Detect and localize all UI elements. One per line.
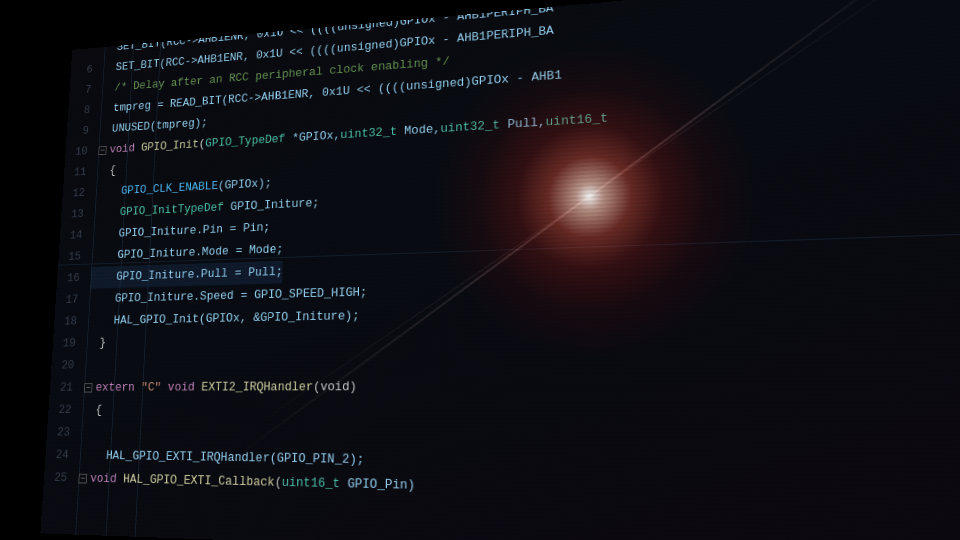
line-number: 18: [54, 311, 89, 333]
token-fn: HAL_GPIO_EXTI_Callback: [123, 472, 275, 490]
code-container: SET_BIT(RCC->AHB1ENR, 0x1U << ((((unsign…: [40, 0, 960, 540]
line-number: 20: [51, 354, 86, 376]
token-var: Mode,: [404, 122, 440, 138]
line-number: 11: [63, 161, 97, 184]
token-punc: {: [97, 164, 116, 178]
token-var: UNUSED(tmpreg);: [99, 116, 207, 136]
token-var: GPIO_Initure;: [230, 196, 319, 214]
collapse-icon[interactable]: −: [78, 473, 87, 483]
token-kw: void: [167, 380, 201, 394]
token-var: GPIO_Initure.Speed = GPIO_SPEED_HIGH;: [89, 285, 367, 306]
line-number: 14: [59, 224, 94, 247]
line-number: 24: [45, 444, 81, 467]
token-cmt: enabling */: [364, 54, 450, 74]
code-editor: SET_BIT(RCC->AHB1ENR, 0x1U << ((((unsign…: [40, 0, 960, 540]
token-str: "C": [141, 380, 162, 394]
line-content: }: [86, 332, 106, 354]
token-var: GPIO_Initure.Mode = Mode;: [92, 242, 284, 263]
line-number: 13: [61, 203, 96, 226]
token-kw: extern: [95, 380, 141, 394]
token-var: Pull,: [507, 115, 545, 132]
line-number: 23: [46, 421, 82, 444]
token-type: GPIO_TypeDef: [205, 131, 292, 150]
token-fn: GPIO_Init: [141, 137, 199, 154]
token-var: HAL_GPIO_EXTI_IRQHandler(GPIO_PIN_2);: [80, 448, 365, 467]
token-var: [94, 205, 120, 219]
token-var: GPIO_Initure.Pull = Pull;: [90, 265, 282, 285]
token-type: GPIO_InitTypeDef: [120, 200, 231, 219]
line-number: 6: [70, 59, 104, 82]
token-kw: void: [90, 471, 124, 486]
token-type: uint16_t: [282, 475, 348, 492]
token-fn: EXTI2_IRQHandler: [201, 379, 313, 394]
line-number: 19: [52, 332, 87, 354]
line-number: 8: [68, 99, 102, 122]
token-var: *GPIOx,: [292, 128, 341, 145]
collapse-icon[interactable]: −: [84, 383, 93, 392]
token-var: GPIO_Pin): [347, 476, 415, 493]
editor-wrapper: SET_BIT(RCC->AHB1ENR, 0x1U << ((((unsign…: [0, 0, 960, 540]
code-line-21: 21−extern "C" void EXTI2_IRQHandler(void…: [49, 372, 960, 400]
collapse-icon[interactable]: −: [98, 146, 106, 155]
line-number: 21: [49, 377, 85, 399]
token-mac: GPIO_CLK_ENABLE: [96, 179, 219, 199]
line-number: 7: [69, 79, 103, 102]
token-punc: {: [82, 403, 102, 417]
token-punc: (void): [313, 379, 357, 394]
line-number: 15: [58, 246, 93, 269]
line-number: 25: [43, 466, 79, 490]
token-type: uint32_t: [440, 117, 507, 135]
line-number: [72, 51, 105, 54]
line-content: {: [82, 399, 103, 422]
line-content: −void HAL_GPIO_EXTI_Callback(uint16_t GP…: [78, 467, 415, 498]
line-content: −extern "C" void EXTI2_IRQHandler(void): [83, 375, 356, 399]
line-number: 17: [55, 289, 90, 312]
line-number: 22: [48, 399, 84, 422]
token-var: HAL_GPIO_Init(GPIOx, &GPIO_Initure);: [88, 308, 360, 327]
token-var: (GPIOx);: [218, 176, 272, 192]
line-number: 12: [62, 182, 97, 205]
token-type: uint16_t: [546, 111, 609, 129]
token-punc: }: [86, 336, 106, 350]
line-number: 16: [56, 267, 91, 290]
line-content: {: [97, 160, 117, 182]
line-number: 10: [65, 140, 99, 163]
token-var: GPIO_Initure.Pin = Pin;: [93, 220, 270, 241]
token-cmt: clock: [329, 61, 364, 77]
token-type: uint32_t: [340, 124, 404, 142]
line-number: 9: [66, 120, 100, 143]
token-kw: void: [109, 141, 141, 156]
